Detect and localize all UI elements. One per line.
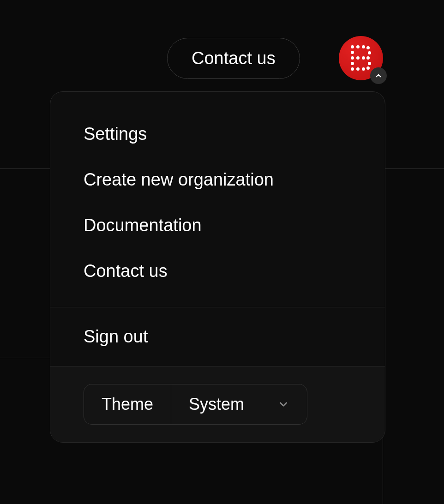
theme-select[interactable]: System <box>171 384 307 424</box>
theme-value: System <box>189 395 244 414</box>
menu-item-documentation[interactable]: Documentation <box>50 203 385 248</box>
chevron-up-icon <box>370 67 387 84</box>
menu-item-sign-out[interactable]: Sign out <box>50 307 385 366</box>
avatar-logo-icon <box>351 45 371 71</box>
user-dropdown-menu: Settings Create new organization Documen… <box>50 91 385 443</box>
menu-item-settings[interactable]: Settings <box>50 111 385 157</box>
theme-section: Theme System <box>50 366 385 442</box>
menu-item-create-organization[interactable]: Create new organization <box>50 157 385 203</box>
chevron-down-icon <box>277 398 289 410</box>
contact-us-button[interactable]: Contact us <box>167 38 300 79</box>
theme-label: Theme <box>84 384 171 424</box>
menu-item-contact-us[interactable]: Contact us <box>50 248 385 294</box>
avatar-menu-trigger[interactable] <box>339 36 383 80</box>
theme-control: Theme System <box>84 384 307 425</box>
